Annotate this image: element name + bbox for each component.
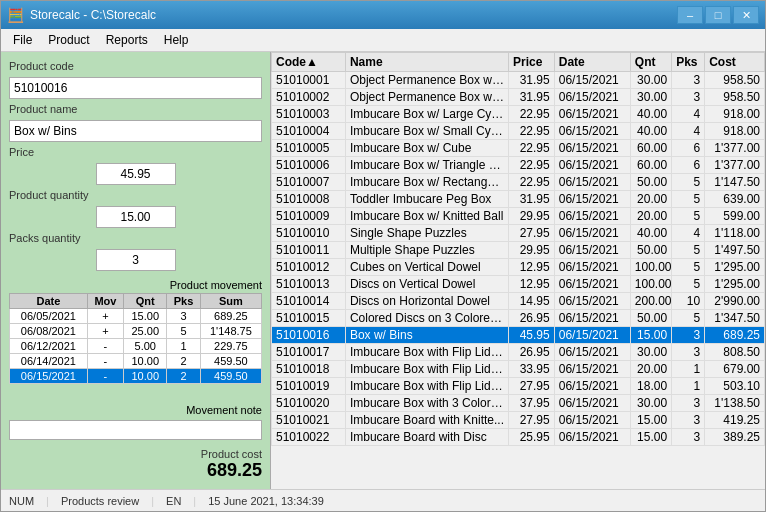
title-bar-controls: – □ ✕ (677, 6, 759, 24)
td-name: Cubes on Vertical Dowel (345, 259, 508, 276)
mv-mov: - (87, 369, 123, 384)
price-input[interactable] (96, 163, 176, 185)
mv-mov: + (87, 324, 123, 339)
td-date: 06/15/2021 (554, 344, 630, 361)
td-name: Object Permanence Box w/ ... (345, 72, 508, 89)
th-cost[interactable]: Cost (705, 53, 765, 72)
table-row[interactable]: 51010019 Imbucare Box with Flip Lid - ..… (272, 378, 765, 395)
movement-row[interactable]: 06/05/2021 + 15.00 3 689.25 (10, 309, 262, 324)
td-price: 14.95 (509, 293, 555, 310)
mv-col-mov: Mov (87, 294, 123, 309)
movement-row[interactable]: 06/15/2021 - 10.00 2 459.50 (10, 369, 262, 384)
mv-col-pks: Pks (167, 294, 200, 309)
mv-sum: 459.50 (200, 354, 261, 369)
product-code-input[interactable] (9, 77, 262, 99)
mv-mov: + (87, 309, 123, 324)
td-code: 51010006 (272, 157, 346, 174)
td-date: 06/15/2021 (554, 310, 630, 327)
left-panel: Product code Product name Price Product … (1, 52, 271, 489)
table-row[interactable]: 51010022 Imbucare Board with Disc 25.95 … (272, 429, 765, 446)
th-name[interactable]: Name (345, 53, 508, 72)
th-code[interactable]: Code▲ (272, 53, 346, 72)
packs-quantity-input[interactable] (96, 249, 176, 271)
table-row[interactable]: 51010015 Colored Discs on 3 Colored ... … (272, 310, 765, 327)
td-code: 51010002 (272, 89, 346, 106)
td-pks: 3 (672, 429, 705, 446)
td-cost: 1'497.50 (705, 242, 765, 259)
product-cost-section: Product cost 689.25 (9, 448, 262, 481)
th-date[interactable]: Date (554, 53, 630, 72)
table-row[interactable]: 51010007 Imbucare Box w/ Rectangul... 22… (272, 174, 765, 191)
td-date: 06/15/2021 (554, 191, 630, 208)
td-qnt: 40.00 (630, 106, 671, 123)
td-code: 51010009 (272, 208, 346, 225)
mv-pks: 1 (167, 339, 200, 354)
minimize-button[interactable]: – (677, 6, 703, 24)
table-row[interactable]: 51010011 Multiple Shape Puzzles 29.95 06… (272, 242, 765, 259)
table-row[interactable]: 51010003 Imbucare Box w/ Large Cyli... 2… (272, 106, 765, 123)
th-pks[interactable]: Pks (672, 53, 705, 72)
menu-file[interactable]: File (5, 31, 40, 49)
td-pks: 4 (672, 123, 705, 140)
td-pks: 1 (672, 378, 705, 395)
td-name: Single Shape Puzzles (345, 225, 508, 242)
td-qnt: 60.00 (630, 140, 671, 157)
table-row[interactable]: 51010016 Box w/ Bins 45.95 06/15/2021 15… (272, 327, 765, 344)
table-row[interactable]: 51010009 Imbucare Box w/ Knitted Ball 29… (272, 208, 765, 225)
td-qnt: 40.00 (630, 123, 671, 140)
td-qnt: 30.00 (630, 72, 671, 89)
table-row[interactable]: 51010002 Object Permanence Box w/ ... 31… (272, 89, 765, 106)
td-qnt: 200.00 (630, 293, 671, 310)
table-row[interactable]: 51010006 Imbucare Box w/ Triangle Pr... … (272, 157, 765, 174)
table-row[interactable]: 51010017 Imbucare Box with Flip Lid - ..… (272, 344, 765, 361)
td-price: 22.95 (509, 106, 555, 123)
movement-row[interactable]: 06/08/2021 + 25.00 5 1'148.75 (10, 324, 262, 339)
data-table-container[interactable]: Code▲ Name Price Date Qnt Pks Cost 51010… (271, 52, 765, 489)
td-cost: 639.00 (705, 191, 765, 208)
mv-sum: 229.75 (200, 339, 261, 354)
td-date: 06/15/2021 (554, 259, 630, 276)
th-qnt[interactable]: Qnt (630, 53, 671, 72)
td-pks: 6 (672, 157, 705, 174)
td-cost: 599.00 (705, 208, 765, 225)
td-qnt: 30.00 (630, 344, 671, 361)
td-name: Discs on Horizontal Dowel (345, 293, 508, 310)
td-price: 25.95 (509, 429, 555, 446)
product-name-input[interactable] (9, 120, 262, 142)
td-cost: 1'347.50 (705, 310, 765, 327)
product-quantity-input[interactable] (96, 206, 176, 228)
td-date: 06/15/2021 (554, 412, 630, 429)
td-code: 51010017 (272, 344, 346, 361)
menu-reports[interactable]: Reports (98, 31, 156, 49)
table-row[interactable]: 51010005 Imbucare Box w/ Cube 22.95 06/1… (272, 140, 765, 157)
menu-help[interactable]: Help (156, 31, 197, 49)
table-row[interactable]: 51010013 Discs on Vertical Dowel 12.95 0… (272, 276, 765, 293)
product-code-label: Product code (9, 60, 262, 72)
table-row[interactable]: 51010008 Toddler Imbucare Peg Box 31.95 … (272, 191, 765, 208)
td-name: Imbucare Box w/ Rectangul... (345, 174, 508, 191)
close-button[interactable]: ✕ (733, 6, 759, 24)
table-row[interactable]: 51010012 Cubes on Vertical Dowel 12.95 0… (272, 259, 765, 276)
td-name: Imbucare Board with Knitte... (345, 412, 508, 429)
td-name: Toddler Imbucare Peg Box (345, 191, 508, 208)
maximize-button[interactable]: □ (705, 6, 731, 24)
td-date: 06/15/2021 (554, 89, 630, 106)
movement-row[interactable]: 06/12/2021 - 5.00 1 229.75 (10, 339, 262, 354)
menu-product[interactable]: Product (40, 31, 97, 49)
table-row[interactable]: 51010021 Imbucare Board with Knitte... 2… (272, 412, 765, 429)
movement-note-input[interactable] (9, 420, 262, 440)
mv-mov: - (87, 354, 123, 369)
table-row[interactable]: 51010001 Object Permanence Box w/ ... 31… (272, 72, 765, 89)
table-row[interactable]: 51010020 Imbucare Box with 3 Colore... 3… (272, 395, 765, 412)
td-qnt: 50.00 (630, 174, 671, 191)
main-content: Product code Product name Price Product … (1, 52, 765, 489)
table-row[interactable]: 51010018 Imbucare Box with Flip Lid - ..… (272, 361, 765, 378)
td-date: 06/15/2021 (554, 208, 630, 225)
table-row[interactable]: 51010004 Imbucare Box w/ Small Cyli... 2… (272, 123, 765, 140)
table-row[interactable]: 51010014 Discs on Horizontal Dowel 14.95… (272, 293, 765, 310)
status-datetime: 15 June 2021, 13:34:39 (208, 495, 324, 507)
mv-qnt: 10.00 (124, 354, 167, 369)
table-row[interactable]: 51010010 Single Shape Puzzles 27.95 06/1… (272, 225, 765, 242)
movement-row[interactable]: 06/14/2021 - 10.00 2 459.50 (10, 354, 262, 369)
th-price[interactable]: Price (509, 53, 555, 72)
